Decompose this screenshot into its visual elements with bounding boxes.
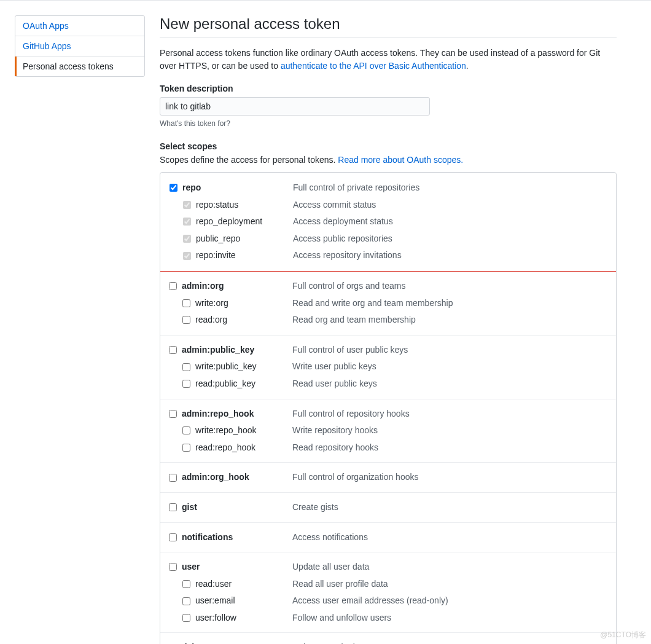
scope-group-notifications: notificationsAccess notifications xyxy=(160,522,616,552)
intro-paragraph: Personal access tokens function like ord… xyxy=(160,47,617,73)
scope-name: repo_deployment xyxy=(196,216,293,228)
scope-desc: Write user public keys xyxy=(292,361,376,373)
scope-group-admin-repo-hook: admin:repo_hookFull control of repositor… xyxy=(160,399,616,463)
scope-row-read-repo-hook: read:repo_hookRead repository hooks xyxy=(169,439,607,457)
scope-desc: Full control of user public keys xyxy=(292,344,408,356)
scope-desc: Read and write org and team membership xyxy=(292,297,453,310)
scope-name: read:user xyxy=(195,578,292,591)
scope-row-user-email: user:emailAccess user email addresses (r… xyxy=(169,592,607,610)
scope-row-repo-invite: repo:inviteAccess repository invitations xyxy=(170,247,607,264)
scope-row-read-user: read:userRead all user profile data xyxy=(169,576,607,593)
scope-name: read:repo_hook xyxy=(195,442,292,454)
scope-checkbox-repo-invite[interactable] xyxy=(183,252,191,260)
scope-name: public_repo xyxy=(196,233,293,245)
token-description-hint: What's this token for? xyxy=(160,119,617,128)
intro-text-after: . xyxy=(466,61,469,71)
scope-desc: Read repository hooks xyxy=(292,442,378,454)
scope-row-repo-status: repo:statusAccess commit status xyxy=(170,197,607,214)
token-description-input[interactable] xyxy=(160,97,430,116)
scope-row-delete-repo: delete_repoDelete repositories xyxy=(169,639,607,644)
page-title: New personal access token xyxy=(160,15,617,38)
scope-checkbox-user[interactable] xyxy=(169,563,177,571)
scope-group-gist: gistCreate gists xyxy=(160,492,616,522)
scope-checkbox-admin-org[interactable] xyxy=(169,282,177,290)
scope-group-repo: repoFull control of private repositories… xyxy=(160,172,617,272)
select-scopes-label: Select scopes xyxy=(160,141,617,151)
scope-name: user xyxy=(182,561,292,573)
scope-row-write-public-key: write:public_keyWrite user public keys xyxy=(169,358,607,375)
scope-checkbox-read-public-key[interactable] xyxy=(182,380,190,388)
scope-checkbox-repo-deployment[interactable] xyxy=(183,218,191,226)
scope-group-admin-public-key: admin:public_keyFull control of user pub… xyxy=(160,335,616,399)
scope-desc: Full control of repository hooks xyxy=(292,408,410,420)
scope-row-write-org: write:orgRead and write org and team mem… xyxy=(169,295,607,312)
scope-name: write:public_key xyxy=(195,361,292,373)
scope-row-gist: gistCreate gists xyxy=(169,499,607,516)
scope-row-public-repo: public_repoAccess public repositories xyxy=(170,230,607,248)
scope-group-admin-org-hook: admin:org_hookFull control of organizati… xyxy=(160,462,616,492)
oauth-scopes-link[interactable]: Read more about OAuth scopes. xyxy=(338,155,463,165)
scope-name: user:email xyxy=(195,595,292,607)
scope-desc: Full control of orgs and teams xyxy=(292,280,405,293)
scope-checkbox-public-repo[interactable] xyxy=(183,235,191,243)
scope-name: delete_repo xyxy=(182,642,292,644)
scope-desc: Full control of organization hooks xyxy=(292,471,418,484)
scope-checkbox-user-follow[interactable] xyxy=(182,614,190,622)
scope-row-repo: repoFull control of private repositories xyxy=(170,179,607,197)
scope-row-admin-public-key: admin:public_keyFull control of user pub… xyxy=(169,342,607,359)
scope-desc: Create gists xyxy=(292,501,338,514)
scope-checkbox-write-org[interactable] xyxy=(182,299,190,307)
scope-checkbox-read-org[interactable] xyxy=(182,316,190,324)
scope-row-admin-org-hook: admin:org_hookFull control of organizati… xyxy=(169,469,607,486)
scope-desc: Access user email addresses (read-only) xyxy=(292,595,448,607)
scope-name: user:follow xyxy=(195,612,292,624)
scope-name: repo:status xyxy=(196,199,293,211)
scope-name: repo xyxy=(182,182,293,194)
scope-checkbox-user-email[interactable] xyxy=(182,597,190,605)
scope-checkbox-write-public-key[interactable] xyxy=(182,363,190,371)
scope-desc: Write repository hooks xyxy=(292,425,378,437)
scope-row-admin-org: admin:orgFull control of orgs and teams xyxy=(169,278,607,295)
scope-row-user: userUpdate all user data xyxy=(169,559,607,576)
scope-name: read:public_key xyxy=(195,378,292,390)
scopes-desc-text: Scopes define the access for personal to… xyxy=(160,155,338,165)
scope-checkbox-read-user[interactable] xyxy=(182,580,190,588)
scope-checkbox-repo-status[interactable] xyxy=(183,201,191,209)
scope-row-read-public-key: read:public_keyRead user public keys xyxy=(169,375,607,393)
scope-checkbox-write-repo-hook[interactable] xyxy=(182,426,190,434)
scope-name: notifications xyxy=(182,532,292,544)
settings-sidebar: OAuth AppsGitHub AppsPersonal access tok… xyxy=(15,15,145,77)
scope-desc: Access notifications xyxy=(292,532,368,544)
scope-desc: Follow and unfollow users xyxy=(292,612,391,624)
scopes-table: repoFull control of private repositories… xyxy=(160,172,617,644)
scope-checkbox-read-repo-hook[interactable] xyxy=(182,444,190,452)
scope-name: admin:org xyxy=(182,280,292,293)
scope-checkbox-gist[interactable] xyxy=(169,503,177,511)
scope-group-delete-repo: delete_repoDelete repositories xyxy=(160,632,616,644)
scope-desc: Read all user profile data xyxy=(292,578,388,591)
scope-checkbox-admin-org-hook[interactable] xyxy=(169,474,177,482)
scope-desc: Read org and team membership xyxy=(292,314,416,326)
scope-checkbox-admin-repo-hook[interactable] xyxy=(169,410,177,418)
scope-desc: Access repository invitations xyxy=(293,249,402,262)
scope-checkbox-admin-public-key[interactable] xyxy=(169,346,177,354)
main-content: New personal access token Personal acces… xyxy=(160,15,641,644)
auth-api-link[interactable]: authenticate to the API over Basic Authe… xyxy=(281,61,466,71)
scope-row-read-org: read:orgRead org and team membership xyxy=(169,312,607,329)
scope-name: gist xyxy=(182,501,292,514)
scope-desc: Read user public keys xyxy=(292,378,377,390)
scope-desc: Delete repositories xyxy=(292,642,364,644)
scope-name: admin:org_hook xyxy=(182,471,292,484)
scope-checkbox-notifications[interactable] xyxy=(169,533,177,541)
scope-name: admin:public_key xyxy=(182,344,292,356)
scope-row-notifications: notificationsAccess notifications xyxy=(169,529,607,546)
sidebar-item-github-apps[interactable]: GitHub Apps xyxy=(15,36,144,57)
scope-desc: Full control of private repositories xyxy=(293,182,419,194)
scope-desc: Access commit status xyxy=(293,199,376,211)
scope-desc: Access public repositories xyxy=(293,233,392,245)
scope-row-admin-repo-hook: admin:repo_hookFull control of repositor… xyxy=(169,406,607,423)
scope-name: write:org xyxy=(195,297,292,310)
scopes-description: Scopes define the access for personal to… xyxy=(160,155,617,165)
sidebar-item-oauth-apps[interactable]: OAuth Apps xyxy=(15,16,144,36)
scope-checkbox-repo[interactable] xyxy=(170,184,177,192)
